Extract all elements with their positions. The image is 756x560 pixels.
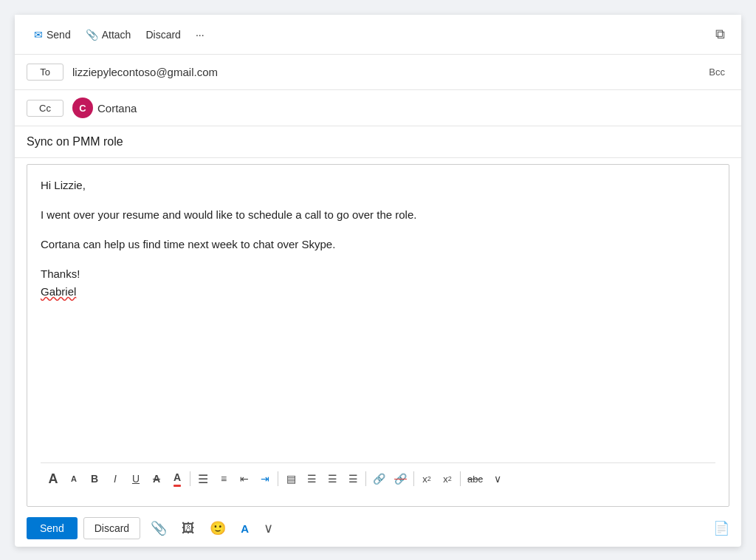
more-toolbar-label: ···: [196, 29, 205, 41]
top-toolbar: ✉ Send 📎 Attach Discard ··· ⧉: [15, 15, 741, 55]
align-left-button[interactable]: ☰: [323, 469, 342, 488]
cc-button[interactable]: Cc: [27, 100, 63, 117]
indent-decrease-button[interactable]: ⇤: [235, 469, 254, 488]
insert-image-button[interactable]: 🖼: [177, 518, 199, 539]
font-options-button[interactable]: A: [236, 519, 253, 538]
discard-toolbar-button[interactable]: Discard: [138, 24, 188, 45]
cc-contact-name: Cortana: [97, 102, 137, 115]
body-thanks: Thanks!: [41, 267, 80, 280]
underline-button[interactable]: U: [126, 469, 145, 488]
send-icon: ✉: [34, 29, 43, 41]
compose-window: ✉ Send 📎 Attach Discard ··· ⧉ To lizziep…: [15, 15, 741, 547]
cortana-avatar: C: [72, 98, 93, 118]
bottom-toolbar: Send Discard 📎 🖼 🙂 A ∨ 📄: [15, 510, 741, 547]
fmt-separator-5: [460, 471, 461, 486]
insert-link-button[interactable]: 🔗: [369, 469, 389, 488]
body-signature: Gabriel: [41, 285, 76, 298]
attach-bottom-button[interactable]: 📎: [146, 517, 171, 539]
superscript-button[interactable]: x2: [417, 469, 436, 488]
to-button[interactable]: To: [27, 64, 63, 81]
italic-button[interactable]: I: [106, 469, 125, 488]
save-draft-icon[interactable]: 📄: [713, 520, 729, 536]
indent-increase-button[interactable]: ⇥: [255, 469, 275, 488]
bold-button[interactable]: B: [85, 469, 104, 488]
send-toolbar-button[interactable]: ✉ Send: [27, 24, 78, 45]
body-line3: Cortana can help us find time next week …: [41, 236, 715, 253]
subscript-button[interactable]: x2: [438, 469, 457, 488]
discard-toolbar-label: Discard: [145, 29, 180, 41]
fmt-separator-3: [365, 471, 366, 486]
font-color-button[interactable]: A: [168, 469, 187, 488]
fmt-separator-4: [413, 471, 414, 486]
send-button[interactable]: Send: [27, 517, 78, 539]
bottom-more-button[interactable]: ∨: [259, 517, 278, 539]
font-size-decrease-button[interactable]: A: [64, 469, 83, 488]
send-toolbar-label: Send: [47, 29, 71, 41]
body-line2: I went over your resume and would like t…: [41, 206, 715, 224]
bcc-link[interactable]: Bcc: [704, 64, 729, 80]
to-row: To lizziepylecontoso@gmail.com Bcc: [15, 55, 741, 90]
body-content[interactable]: Hi Lizzie, I went over your resume and w…: [41, 177, 715, 457]
popout-icon[interactable]: ⧉: [711, 22, 729, 47]
font-size-increase-button[interactable]: A: [44, 469, 63, 488]
attach-icon: 📎: [86, 29, 98, 41]
body-area: Hi Lizzie, I went over your resume and w…: [27, 164, 729, 507]
strikethrough-button[interactable]: A: [147, 469, 166, 488]
attach-toolbar-label: Attach: [102, 29, 131, 41]
to-value[interactable]: lizziepylecontoso@gmail.com: [72, 66, 704, 78]
align-right-button[interactable]: ▤: [281, 469, 300, 488]
format-more-button[interactable]: ∨: [488, 469, 507, 488]
numbered-button[interactable]: ≡: [214, 469, 233, 488]
bullets-button[interactable]: ☰: [193, 469, 213, 488]
body-line1: Hi Lizzie,: [41, 177, 715, 194]
attach-toolbar-button[interactable]: 📎 Attach: [78, 24, 139, 45]
fmt-separator-2: [278, 471, 278, 486]
format-toolbar: A A B I U A A ☰ ≡ ⇤ ⇥ ▤ ☰ ☰ ☰ 🔗 🔗 x2 x2: [41, 462, 715, 494]
more-toolbar-button[interactable]: ···: [188, 24, 212, 45]
cc-row: Cc C Cortana: [15, 90, 741, 126]
remove-link-button[interactable]: 🔗: [391, 469, 410, 488]
body-line4: Thanks! Gabriel: [41, 265, 715, 301]
font-color-icon: A: [173, 471, 181, 486]
discard-button[interactable]: Discard: [83, 517, 140, 539]
align-justify-button[interactable]: ☰: [343, 469, 362, 488]
subject-row[interactable]: Sync on PMM role: [15, 126, 741, 158]
clear-format-button[interactable]: abc: [464, 469, 487, 488]
avatar-initial: C: [79, 103, 86, 114]
align-center-button[interactable]: ☰: [302, 469, 321, 488]
emoji-button[interactable]: 🙂: [205, 517, 230, 539]
fmt-separator-1: [190, 471, 190, 486]
